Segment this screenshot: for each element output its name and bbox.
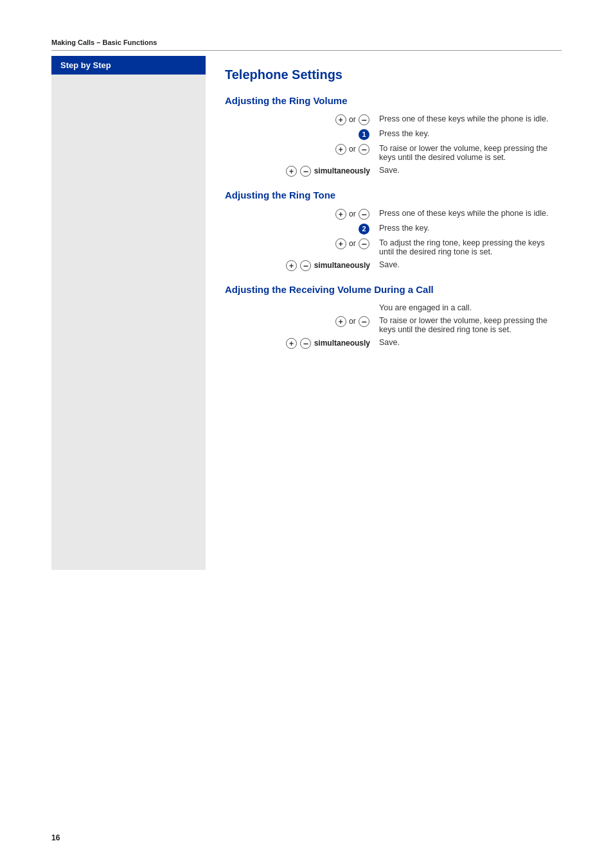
right-rv-3: To raise or lower the volume, keep press…	[379, 143, 562, 162]
left-rt-1: + or −	[225, 208, 379, 220]
row-rt-3: + or − To adjust the ring tone, keep pre…	[225, 238, 562, 256]
right-rv-2: Press the key.	[379, 128, 562, 138]
breadcrumb: Making Calls – Basic Functions	[51, 39, 562, 51]
section-title-receiving-volume: Adjusting the Receiving Volume During a …	[225, 284, 562, 295]
right-rt-1: Press one of these keys while the phone …	[379, 208, 562, 218]
left-rcv-0	[225, 303, 379, 303]
page-number: 16	[51, 833, 60, 842]
or-label-rt-3: or	[349, 239, 358, 248]
left-rt-2: 2	[225, 223, 379, 235]
simultaneously-rt: simultaneously	[314, 261, 370, 270]
left-rv-2: 1	[225, 128, 379, 140]
plus-icon: +	[335, 114, 346, 125]
row-rt-2: 2 Press the key.	[225, 223, 562, 235]
simultaneously-rv: simultaneously	[314, 166, 370, 175]
row-rv-2: 1 Press the key.	[225, 128, 562, 140]
row-rcv-2: + − simultaneously Save.	[225, 337, 562, 349]
num2-icon: 2	[359, 224, 369, 235]
plus-icon-rt3: +	[335, 238, 346, 249]
minus-sim-rcv: −	[300, 338, 311, 349]
row-rt-4: + − simultaneously Save.	[225, 260, 562, 271]
row-rt-1: + or − Press one of these keys while the…	[225, 208, 562, 220]
section-title-ring-tone: Adjusting the Ring Tone	[225, 190, 562, 200]
row-rv-1: + or − Press one of these keys while the…	[225, 114, 562, 125]
right-rv-1: Press one of these keys while the phone …	[379, 114, 562, 123]
minus-icon: −	[359, 114, 369, 125]
or-label-rcv: or	[349, 317, 358, 326]
main-content: Step by Step Telephone Settings Adjustin…	[51, 56, 562, 570]
minus-icon-rt3: −	[359, 238, 369, 249]
or-label-rv-3: or	[349, 145, 358, 154]
sidebar-header: Step by Step	[51, 56, 206, 75]
content-area: Telephone Settings Adjusting the Ring Vo…	[206, 56, 562, 570]
right-rv-4: Save.	[379, 165, 562, 175]
page: Making Calls – Basic Functions Step by S…	[0, 0, 613, 868]
section-title-ring-volume: Adjusting the Ring Volume	[225, 95, 562, 106]
minus-sim-rt: −	[300, 260, 311, 271]
plus-sim-rt: +	[286, 260, 297, 271]
minus-icon-rt1: −	[359, 209, 369, 220]
minus-sim-rv: −	[300, 166, 311, 177]
left-rv-3: + or −	[225, 143, 379, 155]
row-rcv-0: You are engaged in a call.	[225, 303, 562, 312]
left-rv-1: + or −	[225, 114, 379, 125]
right-rcv-0: You are engaged in a call.	[379, 303, 562, 312]
row-rv-3: + or − To raise or lower the volume, kee…	[225, 143, 562, 162]
main-title: Telephone Settings	[225, 67, 562, 82]
left-rcv-2: + − simultaneously	[225, 337, 379, 349]
minus-icon-rcv: −	[359, 316, 369, 327]
minus-icon-2: −	[359, 144, 369, 155]
simultaneously-rcv: simultaneously	[314, 339, 370, 348]
plus-sim-rcv: +	[286, 338, 297, 349]
or-label-rt-1: or	[349, 209, 358, 218]
plus-sim-rv: +	[286, 166, 297, 177]
num1-icon: 1	[359, 129, 369, 140]
right-rt-2: Press the key.	[379, 223, 562, 233]
row-rv-4: + − simultaneously Save.	[225, 165, 562, 177]
left-rv-4: + − simultaneously	[225, 165, 379, 177]
plus-icon-2: +	[335, 144, 346, 155]
plus-icon-rcv: +	[335, 316, 346, 327]
row-rcv-1: + or − To raise or lower the volume, kee…	[225, 315, 562, 334]
right-rt-3: To adjust the ring tone, keep pressing t…	[379, 238, 562, 256]
or-label-rv-1: or	[349, 115, 358, 124]
right-rcv-1: To raise or lower the volume, keep press…	[379, 315, 562, 334]
plus-icon-rt1: +	[335, 209, 346, 220]
left-rt-4: + − simultaneously	[225, 260, 379, 271]
right-rt-4: Save.	[379, 260, 562, 269]
right-rcv-2: Save.	[379, 337, 562, 347]
sidebar: Step by Step	[51, 56, 206, 570]
left-rcv-1: + or −	[225, 315, 379, 327]
left-rt-3: + or −	[225, 238, 379, 249]
